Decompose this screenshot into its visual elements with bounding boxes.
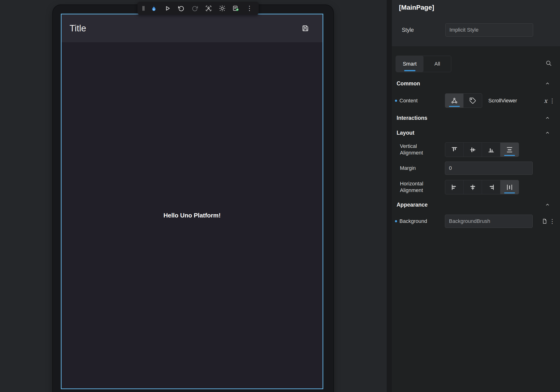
vertical-alignment-group	[445, 142, 519, 157]
style-label: Style	[402, 27, 414, 33]
tab-smart[interactable]: Smart	[396, 56, 423, 72]
property-row-vertical-alignment: Vertical Alignment	[392, 142, 560, 157]
content-property-label: Content	[400, 97, 447, 104]
hot-design-toolbar: ⋮	[138, 2, 259, 15]
sun-icon	[219, 5, 226, 12]
content-mode-toggle	[445, 93, 482, 108]
section-common-title: Common	[397, 80, 420, 87]
horizontal-alignment-label: Horizontal Alignment	[400, 181, 435, 194]
align-vertical-center-icon	[469, 146, 476, 153]
theme-toggle-button[interactable]	[215, 2, 229, 15]
selected-segment-indicator	[504, 155, 515, 156]
app-content-area[interactable]: Hello Uno Platform!	[61, 42, 322, 388]
property-tabs: Smart All	[396, 56, 451, 72]
selected-page-surface[interactable]: Title Hello Uno Platform!	[61, 14, 323, 389]
element-inspector-button[interactable]	[202, 2, 215, 15]
align-left-icon	[451, 184, 458, 191]
search-icon	[545, 60, 552, 67]
element-inspector-icon	[205, 5, 212, 12]
binding-x-glyph: x	[544, 97, 547, 104]
chevron-up-icon[interactable]	[545, 81, 550, 86]
stretch-vertical-icon	[506, 146, 513, 153]
save-button[interactable]	[301, 24, 309, 32]
align-bottom-icon	[488, 146, 495, 153]
background-input[interactable]	[445, 215, 533, 228]
tab-all-label: All	[434, 61, 440, 67]
content-element-mode-button[interactable]	[445, 94, 464, 108]
search-properties-button[interactable]	[545, 60, 552, 68]
properties-panel: [MainPage] Style Smart All Common Conten…	[392, 0, 560, 392]
tab-smart-label: Smart	[403, 61, 417, 67]
panel-divider	[387, 0, 392, 392]
toolbar-drag-handle[interactable]	[140, 2, 147, 15]
redo-button[interactable]	[188, 2, 202, 15]
play-icon	[164, 5, 171, 12]
diagnostics-check-icon	[232, 5, 239, 12]
section-common-header[interactable]: Common	[397, 80, 555, 88]
modified-indicator-dot	[395, 220, 397, 222]
hello-text[interactable]: Hello Uno Platform!	[163, 212, 221, 219]
resource-document-icon	[542, 218, 548, 224]
modified-indicator-dot	[395, 100, 397, 102]
play-button[interactable]	[160, 2, 174, 15]
property-row-background: Background ⋮	[392, 215, 560, 228]
flame-icon	[150, 5, 157, 12]
margin-input[interactable]	[445, 161, 533, 175]
halign-stretch-button[interactable]	[500, 180, 519, 194]
chevron-up-icon[interactable]	[545, 202, 550, 207]
section-appearance-title: Appearance	[397, 202, 428, 208]
resource-button[interactable]	[542, 218, 548, 224]
app-navigation-bar[interactable]: Title	[61, 14, 322, 42]
property-row-margin: Margin	[392, 161, 560, 175]
design-canvas[interactable]: Title Hello Uno Platform!	[0, 0, 387, 392]
selected-segment-indicator	[449, 106, 460, 107]
diagnostics-button[interactable]	[229, 2, 243, 15]
align-top-icon	[451, 146, 458, 153]
valign-bottom-button[interactable]	[482, 143, 500, 157]
active-tab-indicator	[404, 70, 415, 71]
chevron-up-icon[interactable]	[545, 130, 550, 135]
align-horizontal-center-icon	[469, 184, 476, 191]
hot-design-button[interactable]	[147, 2, 160, 15]
tag-icon	[469, 97, 476, 104]
halign-right-button[interactable]	[482, 180, 500, 194]
section-layout-header[interactable]: Layout	[397, 129, 555, 137]
chevron-up-icon[interactable]	[545, 115, 550, 121]
component-tree-icon	[451, 97, 458, 104]
property-row-horizontal-alignment: Horizontal Alignment	[392, 180, 560, 194]
background-label: Background	[400, 218, 447, 225]
stretch-horizontal-icon	[506, 184, 513, 191]
page-title-text[interactable]: Title	[70, 23, 86, 33]
undo-button[interactable]	[174, 2, 188, 15]
tab-all[interactable]: All	[423, 56, 451, 72]
halign-center-button[interactable]	[464, 180, 482, 194]
selected-element-name: [MainPage]	[399, 4, 434, 11]
content-value[interactable]: ScrollViewer	[488, 98, 517, 104]
vertical-alignment-label: Vertical Alignment	[400, 143, 435, 156]
panel-header: [MainPage] Style	[392, 0, 560, 47]
undo-icon	[178, 5, 185, 12]
margin-label: Margin	[400, 165, 435, 172]
background-more-button[interactable]: ⋮	[549, 218, 555, 225]
horizontal-alignment-group	[445, 180, 519, 194]
section-interactions-header[interactable]: Interactions	[397, 114, 555, 122]
selected-segment-indicator	[504, 192, 515, 193]
valign-center-button[interactable]	[464, 143, 482, 157]
align-right-icon	[488, 184, 495, 191]
valign-top-button[interactable]	[445, 143, 464, 157]
valign-stretch-button[interactable]	[500, 143, 519, 157]
section-layout-title: Layout	[397, 130, 414, 136]
content-tag-mode-button[interactable]	[464, 94, 482, 108]
device-frame: Title Hello Uno Platform!	[53, 5, 333, 392]
redo-icon	[191, 5, 198, 12]
style-input[interactable]	[445, 23, 533, 37]
toolbar-more-button[interactable]: ⋮	[243, 2, 256, 15]
section-appearance-header[interactable]: Appearance	[397, 201, 555, 209]
binding-expression-button[interactable]: x	[544, 97, 547, 104]
halign-left-button[interactable]	[445, 180, 464, 194]
property-row-content: Content ScrollViewer x ⋮	[392, 93, 560, 108]
drag-handle-icon	[140, 5, 147, 12]
content-more-button[interactable]: ⋮	[549, 97, 555, 104]
section-interactions-title: Interactions	[397, 115, 427, 121]
save-icon	[301, 24, 309, 32]
